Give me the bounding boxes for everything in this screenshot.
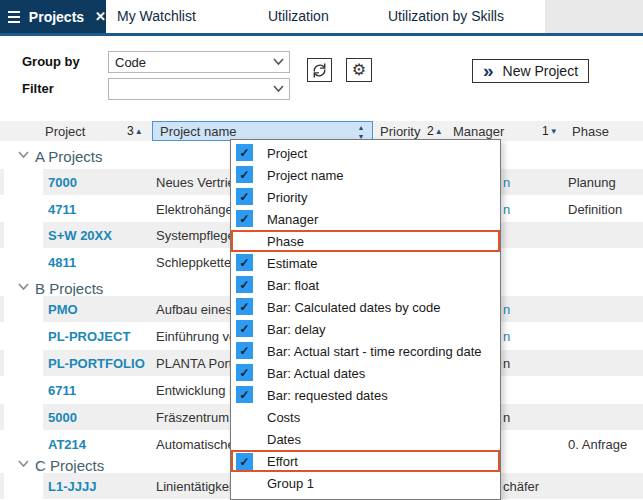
menu-item-label: Group 1	[267, 476, 314, 491]
row-stripe-edge	[0, 350, 4, 376]
menu-item-label: Bar: Actual dates	[267, 366, 365, 381]
tab-my-watchlist[interactable]: My Watchlist	[117, 0, 196, 33]
menu-item-bar-delay[interactable]: ✓Bar: delay	[231, 318, 500, 340]
collapse-chevron-icon[interactable]	[18, 460, 29, 468]
sort-indicator-project[interactable]: 3▲	[127, 124, 143, 138]
row-stripe-edge	[0, 222, 4, 248]
collapse-chevron-icon[interactable]	[18, 283, 29, 291]
menu-item-project-name[interactable]: ✓Project name	[231, 164, 500, 186]
menu-item-label: Priority	[267, 190, 307, 205]
refresh-button[interactable]	[307, 58, 332, 82]
group-label: B Projects	[35, 280, 103, 297]
checkbox-checked[interactable]: ✓	[236, 210, 253, 227]
checkbox-checked[interactable]: ✓	[236, 386, 253, 403]
project-code-link[interactable]: 4711	[48, 202, 76, 217]
new-project-button[interactable]: » New Project	[472, 59, 589, 83]
menu-item-effort[interactable]: ✓Effort	[231, 450, 500, 472]
menu-item-bar-calculated-dates-by-code[interactable]: ✓Bar: Calculated dates by code	[231, 296, 500, 318]
checkbox-checked[interactable]: ✓	[236, 166, 253, 183]
settings-button[interactable]: ⚙	[346, 58, 372, 82]
menu-item-label: Phase	[267, 234, 304, 249]
menu-item-dates[interactable]: Dates	[231, 428, 500, 450]
menu-item-label: Project name	[267, 168, 344, 183]
checkbox-checked[interactable]: ✓	[236, 298, 253, 315]
phase-cell: Definition	[568, 202, 622, 217]
menu-item-priority[interactable]: ✓Priority	[231, 186, 500, 208]
menu-item-group-1[interactable]: Group 1	[231, 472, 500, 494]
checkbox-checked[interactable]: ✓	[236, 188, 253, 205]
group-by-select[interactable]: Code	[108, 51, 290, 73]
checkbox-checked[interactable]: ✓	[236, 254, 253, 271]
project-code-link[interactable]: 4811	[48, 255, 76, 270]
menu-item-label: Dates	[267, 432, 301, 447]
checkmark-icon: ✓	[239, 301, 249, 313]
menu-item-costs[interactable]: Costs	[231, 406, 500, 428]
group-label: A Projects	[35, 148, 103, 165]
project-code-link[interactable]: PL-PROJECT	[48, 329, 130, 344]
hamburger-menu-icon[interactable]	[8, 8, 20, 26]
new-project-label: New Project	[503, 63, 578, 79]
project-code-link[interactable]: L1-JJJJ	[48, 479, 96, 494]
chevron-down-icon	[273, 58, 284, 66]
tab-utilization-by-skills[interactable]: Utilization by Skills	[388, 0, 504, 33]
checkbox-checked[interactable]: ✓	[236, 364, 253, 381]
collapse-chevron-icon[interactable]	[18, 151, 29, 159]
column-header-manager[interactable]: Manager	[453, 124, 504, 139]
menu-item-estimate[interactable]: ✓Estimate	[231, 252, 500, 274]
menu-item-phase[interactable]: Phase	[231, 230, 500, 252]
project-code-link[interactable]: 7000	[48, 175, 77, 190]
menu-item-project[interactable]: ✓Project	[231, 142, 500, 164]
filter-label: Filter	[22, 81, 54, 96]
menu-item-label: Manager	[267, 212, 318, 227]
manager-cell: n	[503, 356, 510, 371]
menu-item-manager[interactable]: ✓Manager	[231, 208, 500, 230]
menu-item-bar-requested-dates[interactable]: ✓Bar: requested dates	[231, 384, 500, 406]
menu-item-bar-actual-start-time-recording-date[interactable]: ✓Bar: Actual start - time recording date	[231, 340, 500, 362]
project-code-link[interactable]: S+W 20XX	[48, 228, 112, 243]
project-code-link[interactable]: PL-PORTFOLIO	[48, 356, 145, 371]
row-stripe-edge	[0, 473, 4, 499]
tab-bar: Projects ✕ My WatchlistUtilizationUtiliz…	[0, 0, 643, 33]
row-stripe-edge	[0, 404, 4, 430]
project-code-link[interactable]: 6711	[48, 383, 76, 398]
app-window: Projects ✕ My WatchlistUtilizationUtiliz…	[0, 0, 643, 500]
menu-item-bar-actual-dates[interactable]: ✓Bar: Actual dates	[231, 362, 500, 384]
chevron-down-icon	[273, 85, 284, 93]
menu-item-label: Bar: float	[267, 278, 319, 293]
checkbox-checked[interactable]: ✓	[236, 276, 253, 293]
tab-strip-end	[545, 0, 643, 33]
group-by-value: Code	[115, 55, 146, 70]
sort-indicator-manager[interactable]: 1▼	[542, 124, 558, 138]
checkbox-checked[interactable]: ✓	[236, 342, 253, 359]
sort-indicator-priority[interactable]: 2▲	[427, 124, 443, 138]
project-code-link[interactable]: 5000	[48, 410, 77, 425]
manager-cell: chäfer	[503, 479, 539, 494]
menu-item-bar-float[interactable]: ✓Bar: float	[231, 274, 500, 296]
column-header-phase[interactable]: Phase	[572, 124, 609, 139]
sort-number: 2	[427, 124, 434, 138]
checkmark-icon: ✓	[239, 147, 249, 159]
tab-utilization[interactable]: Utilization	[268, 0, 329, 33]
group-by-label: Group by	[22, 54, 80, 69]
checkbox-checked[interactable]: ✓	[236, 144, 253, 161]
project-name-cell: Elektrohängeb	[156, 202, 240, 217]
project-code-link[interactable]: PMO	[48, 302, 78, 317]
project-code-link[interactable]: AT214	[48, 437, 86, 452]
filter-select[interactable]	[108, 78, 290, 100]
column-header-project[interactable]: Project	[45, 124, 85, 139]
double-chevron-right-icon: »	[483, 62, 494, 80]
column-header-project-name-label: Project name	[160, 124, 237, 139]
checkbox-checked[interactable]: ✓	[236, 453, 253, 470]
menu-item-label: Bar: requested dates	[267, 388, 388, 403]
column-header-project-name[interactable]: Project name ▲▼	[152, 121, 373, 141]
column-header-priority[interactable]: Priority	[380, 124, 420, 139]
project-name-cell: Automatisches	[156, 437, 241, 452]
column-chooser-menu: ✓Project✓Project name✓Priority✓ManagerPh…	[230, 139, 501, 500]
tab-projects[interactable]: Projects ✕	[0, 0, 106, 33]
tab-underline	[0, 33, 643, 36]
checkbox-checked[interactable]: ✓	[236, 320, 253, 337]
manager-cell: n	[503, 329, 510, 344]
close-tab-icon[interactable]: ✕	[95, 9, 106, 24]
manager-cell: n	[503, 175, 510, 190]
menu-item-label: Costs	[267, 410, 300, 425]
